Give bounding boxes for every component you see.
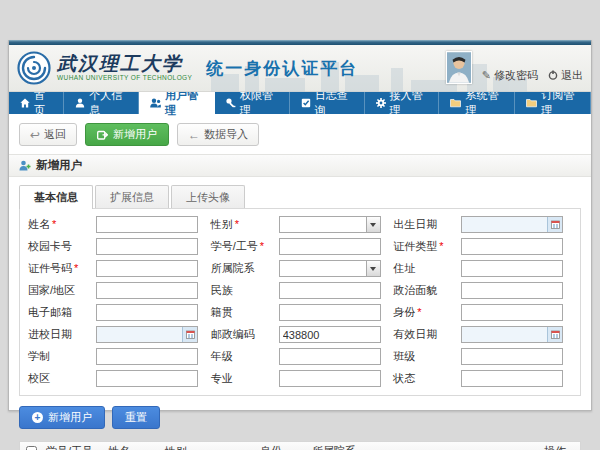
tab-basic-info[interactable]: 基本信息	[19, 185, 93, 209]
class-input[interactable]	[461, 348, 563, 365]
form-field: 电子邮箱	[28, 304, 207, 321]
identity-input[interactable]	[461, 304, 563, 321]
form-grid: 姓名* 性别* 出生日期 校园卡号 学号/工号* 证件类型* 证件号码* 所属院…	[28, 216, 572, 387]
back-button[interactable]: ↩ 返回	[19, 123, 77, 146]
power-icon	[548, 70, 558, 80]
nav-item-personal-info[interactable]: 个人信息	[64, 92, 139, 114]
change-password-label: 修改密码	[494, 68, 538, 83]
col-gender: 性别	[161, 444, 256, 450]
col-name: 姓名	[104, 444, 161, 450]
form-field: 姓名*	[28, 216, 207, 233]
campus-card-input[interactable]	[96, 238, 198, 255]
home-icon	[20, 98, 30, 108]
country-input[interactable]	[96, 282, 198, 299]
form-field: 政治面貌	[393, 282, 572, 299]
form-field: 专业	[211, 370, 390, 387]
address-input[interactable]	[461, 260, 563, 277]
form-field: 国家/地区	[28, 282, 207, 299]
log-check-icon	[301, 98, 311, 108]
nav-item-permission-management[interactable]: 权限管理	[215, 92, 290, 114]
form-field: 有效日期	[393, 326, 572, 343]
table-header-row: 学号/工号 姓名 性别 身份 所属院系 操作	[20, 442, 580, 450]
nav-item-access-management[interactable]: 接入管理	[365, 92, 440, 114]
form-field: 邮政编码	[211, 326, 390, 343]
form-field: 住址	[393, 260, 572, 277]
id-type-input[interactable]	[461, 238, 563, 255]
toolbar: ↩ 返回 新增用户 ← 数据导入	[9, 114, 591, 154]
user-avatar[interactable]	[446, 51, 472, 84]
native-place-input[interactable]	[279, 304, 381, 321]
tab-extended-info[interactable]: 扩展信息	[95, 185, 169, 208]
col-identity: 身份	[256, 444, 308, 450]
nav-item-user-management[interactable]: 用户管理	[139, 92, 215, 114]
add-user-section-icon	[19, 160, 31, 171]
form-field: 校区	[28, 370, 207, 387]
nav-item-log-query[interactable]: 日志查询	[290, 92, 365, 114]
logout-label: 退出	[561, 68, 583, 83]
form-field: 进校日期	[28, 326, 207, 343]
basic-info-panel: 姓名* 性别* 出生日期 校园卡号 学号/工号* 证件类型* 证件号码* 所属院…	[19, 208, 581, 396]
form-field: 出生日期	[393, 216, 572, 233]
section-header: 新增用户	[9, 154, 591, 177]
political-status-input[interactable]	[461, 282, 563, 299]
form-field: 学号/工号*	[211, 238, 390, 255]
form-field: 班级	[393, 348, 572, 365]
nav-item-system-management[interactable]: 系统管理	[439, 92, 515, 114]
nav-item-subscription-management[interactable]: 订阅管理	[515, 92, 591, 114]
form-field: 身份*	[393, 304, 572, 321]
major-input[interactable]	[279, 370, 381, 387]
col-department: 所属院系	[308, 444, 540, 450]
user-table: 学号/工号 姓名 性别 身份 所属院系 操作	[19, 441, 581, 450]
schooling-length-input[interactable]	[96, 348, 198, 365]
form-field: 籍贯	[211, 304, 390, 321]
logout-link[interactable]: 退出	[548, 68, 583, 83]
add-user-icon	[97, 130, 108, 140]
calendar-icon[interactable]	[547, 217, 562, 232]
user-icon	[75, 98, 85, 108]
id-number-input[interactable]	[96, 260, 198, 277]
import-arrow-icon: ←	[188, 129, 200, 141]
key-icon	[226, 98, 236, 108]
campus-input[interactable]	[96, 370, 198, 387]
tab-upload-avatar[interactable]: 上传头像	[171, 185, 245, 208]
form-field: 学制	[28, 348, 207, 365]
data-import-button[interactable]: ← 数据导入	[177, 123, 259, 146]
select-all-checkbox[interactable]	[26, 446, 37, 450]
student-id-input[interactable]	[279, 238, 381, 255]
platform-title: 统一身份认证平台	[206, 57, 358, 80]
calendar-icon[interactable]	[547, 327, 562, 342]
form-field: 状态	[393, 370, 572, 387]
grade-input[interactable]	[279, 348, 381, 365]
folder-icon	[450, 98, 461, 108]
form-field: 证件号码*	[28, 260, 207, 277]
name-input[interactable]	[96, 216, 198, 233]
nav-item-home[interactable]: 首页	[9, 92, 64, 114]
section-title: 新增用户	[36, 158, 82, 173]
change-password-link[interactable]: ✎ 修改密码	[482, 68, 538, 83]
users-icon	[150, 98, 161, 108]
form-field: 民族	[211, 282, 390, 299]
form-field: 校园卡号	[28, 238, 207, 255]
ethnicity-input[interactable]	[279, 282, 381, 299]
chevron-down-icon[interactable]	[366, 217, 380, 232]
calendar-icon[interactable]	[182, 327, 197, 342]
folder-icon	[526, 98, 537, 108]
form-field: 年级	[211, 348, 390, 365]
form-field: 性别*	[211, 216, 390, 233]
app-window: 武汉理工大学 WUHAN UNIVERSITY OF TECHNOLOGY 统一…	[8, 40, 592, 411]
email-input[interactable]	[96, 304, 198, 321]
plus-circle-icon: +	[32, 412, 43, 423]
reset-button[interactable]: 重置	[112, 406, 160, 429]
postal-code-input[interactable]	[279, 326, 381, 343]
university-name-en: WUHAN UNIVERSITY OF TECHNOLOGY	[57, 75, 192, 82]
pencil-icon: ✎	[482, 69, 491, 82]
form-field: 所属院系	[211, 260, 390, 277]
header: 武汉理工大学 WUHAN UNIVERSITY OF TECHNOLOGY 统一…	[9, 45, 591, 92]
add-user-toolbar-button[interactable]: 新增用户	[85, 123, 169, 146]
status-input[interactable]	[461, 370, 563, 387]
submit-add-user-button[interactable]: + 新增用户	[19, 406, 105, 429]
back-arrow-icon: ↩	[30, 129, 40, 141]
chevron-down-icon[interactable]	[366, 261, 380, 276]
tab-strip: 基本信息 扩展信息 上传头像	[9, 177, 591, 208]
col-operation: 操作	[540, 444, 580, 450]
